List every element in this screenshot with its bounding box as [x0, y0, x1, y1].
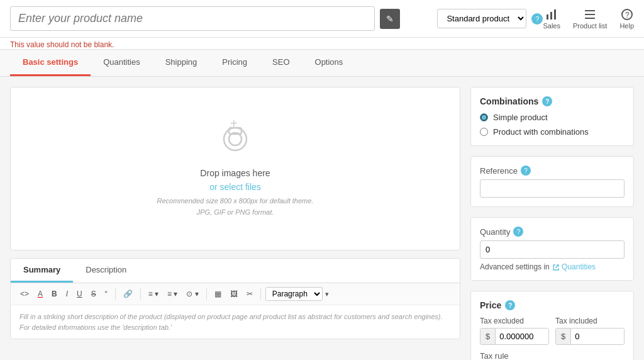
product-with-combinations-radio[interactable]: [480, 128, 488, 136]
product-name-input[interactable]: [10, 6, 375, 31]
tax-included-col: Tax included $: [555, 317, 625, 345]
toolbar-sep-2: [140, 288, 141, 300]
quantity-section: Quantity ? Advanced settings in Quantiti…: [470, 217, 634, 281]
simple-product-radio-label[interactable]: Simple product: [480, 113, 625, 122]
table-button[interactable]: ▦: [211, 288, 225, 300]
image-dropzone[interactable]: + Drop images here or select files Recom…: [10, 87, 460, 250]
toolbar-sep-4: [260, 288, 261, 300]
tab-quantities[interactable]: Quantities: [91, 50, 153, 76]
topbar: ✎ Standard product Virtual product Pack …: [0, 0, 644, 38]
reference-section: Reference ?: [470, 156, 634, 207]
currency-symbol-1: $: [480, 329, 496, 344]
svg-rect-4: [585, 14, 595, 15]
right-panel: Combinations ? Simple product Product wi…: [470, 87, 634, 360]
currency-symbol-2: $: [556, 329, 571, 344]
quantity-label: Quantity ?: [480, 227, 625, 237]
price-row: Tax excluded $ Tax included $: [480, 317, 625, 345]
blockquote-button[interactable]: “: [102, 288, 111, 300]
toolbar-sep-1: [115, 288, 116, 300]
tab-pricing[interactable]: Pricing: [209, 50, 260, 76]
left-panel: + Drop images here or select files Recom…: [10, 87, 460, 360]
price-title: Price ?: [480, 300, 625, 310]
svg-rect-2: [554, 9, 556, 20]
svg-rect-3: [585, 10, 595, 11]
tab-shipping[interactable]: Shipping: [153, 50, 210, 76]
external-link-icon: [552, 264, 560, 271]
main-tabs: Basic settings Quantities Shipping Prici…: [0, 50, 644, 77]
quantity-info-badge[interactable]: ?: [513, 227, 523, 237]
italic-button[interactable]: I: [63, 288, 71, 300]
combinations-info-badge[interactable]: ?: [542, 96, 552, 106]
editor-tab-description[interactable]: Description: [73, 259, 139, 283]
strikethrough-button[interactable]: S: [88, 288, 99, 300]
main-content: + Drop images here or select files Recom…: [0, 77, 644, 360]
help-action[interactable]: ? Help: [619, 8, 634, 30]
ordered-list-button[interactable]: ⊙ ▾: [183, 288, 201, 300]
drop-text: Drop images here: [200, 168, 270, 178]
tab-seo[interactable]: SEO: [260, 50, 302, 76]
font-color-button[interactable]: A: [35, 288, 46, 300]
tab-basic-settings[interactable]: Basic settings: [10, 50, 91, 76]
help-icon: ?: [621, 8, 633, 21]
svg-line-12: [555, 265, 558, 268]
editor-tabs: Summary Description: [11, 259, 460, 283]
error-message: This value should not be blank.: [0, 38, 644, 49]
editor-toolbar: <> A B I U S “ 🔗 ≡ ▾ ≡ ▾ ⊙ ▾ ▦ 🖼 ✂ Para: [11, 283, 460, 305]
edit-icon-button[interactable]: ✎: [380, 9, 400, 29]
product-list-action[interactable]: Product list: [573, 8, 607, 30]
advanced-settings-link: Advanced settings in Quantities: [480, 262, 625, 271]
svg-point-8: [224, 128, 247, 150]
combinations-section: Combinations ? Simple product Product wi…: [470, 87, 634, 146]
camera-icon: +: [216, 119, 254, 164]
bar-chart-icon: [545, 8, 558, 21]
image-button[interactable]: 🖼: [227, 288, 241, 300]
select-files-link[interactable]: or select files: [209, 182, 261, 192]
reference-label: Reference ?: [480, 166, 625, 176]
image-hint: Recommended size 800 x 800px for default…: [157, 196, 314, 218]
product-type-wrapper: Standard product Virtual product Pack of…: [437, 9, 543, 28]
simple-product-radio[interactable]: [480, 113, 488, 121]
tax-included-label: Tax included: [555, 317, 625, 325]
sales-action[interactable]: Sales: [543, 8, 560, 30]
editor-hint: Fill in a striking short description of …: [11, 305, 460, 339]
tax-rule-label: Tax rule: [480, 351, 625, 360]
tax-included-input-wrapper: $: [555, 328, 625, 345]
list-icon: [584, 8, 596, 21]
tab-options[interactable]: Options: [303, 50, 356, 76]
svg-rect-0: [547, 14, 548, 20]
list-button[interactable]: ≡ ▾: [164, 288, 180, 300]
tax-excluded-input[interactable]: [496, 329, 548, 344]
underline-button[interactable]: U: [74, 288, 86, 300]
paragraph-dropdown-arrow: ▾: [325, 290, 329, 298]
combinations-radio-group: Simple product Product with combinations: [480, 113, 625, 137]
svg-rect-1: [550, 12, 552, 20]
price-section: Price ? Tax excluded $ Tax included $: [470, 291, 634, 360]
quantities-link[interactable]: Quantities: [552, 262, 596, 271]
pencil-icon: ✎: [386, 14, 394, 24]
tax-excluded-label: Tax excluded: [480, 317, 549, 325]
code-button[interactable]: <>: [17, 288, 32, 300]
bold-button[interactable]: B: [48, 288, 60, 300]
cut-button[interactable]: ✂: [243, 288, 256, 300]
paragraph-select[interactable]: Paragraph: [265, 287, 323, 301]
price-info-badge[interactable]: ?: [505, 300, 515, 310]
topbar-actions: Sales Product list ? Help: [543, 8, 634, 30]
product-type-info-badge[interactable]: ?: [531, 13, 543, 25]
svg-rect-5: [585, 18, 595, 19]
tax-excluded-col: Tax excluded $: [480, 317, 549, 345]
product-type-select[interactable]: Standard product Virtual product Pack of…: [437, 9, 526, 28]
quantity-input[interactable]: [480, 240, 625, 259]
reference-info-badge[interactable]: ?: [521, 166, 531, 176]
align-left-button[interactable]: ≡ ▾: [145, 288, 162, 300]
product-with-combinations-radio-label[interactable]: Product with combinations: [480, 127, 625, 137]
svg-text:?: ?: [625, 11, 630, 20]
link-button[interactable]: 🔗: [120, 288, 136, 300]
svg-text:+: +: [230, 119, 238, 130]
reference-input[interactable]: [480, 179, 625, 198]
tax-included-input[interactable]: [571, 329, 624, 344]
tax-excluded-input-wrapper: $: [480, 328, 549, 345]
combinations-title: Combinations ?: [480, 96, 625, 106]
editor-tab-summary[interactable]: Summary: [11, 259, 73, 283]
toolbar-sep-3: [206, 288, 207, 300]
product-name-wrapper: ✎: [10, 6, 425, 31]
